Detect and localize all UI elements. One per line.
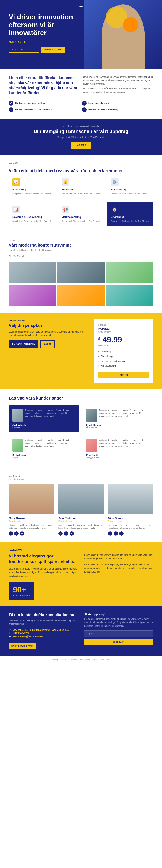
- handle-title: Vi bostad elegans gör fönsterluckor spil…: [9, 553, 78, 564]
- contact-content: Få din kostnadsfria konsultation nu! Lit…: [9, 613, 153, 649]
- team-card-2: Ann Richmond Eranda ledare Gius amet hin…: [58, 484, 104, 536]
- check-icon-1: ✓: [9, 101, 14, 105]
- hero-blob-orange: [123, 17, 138, 32]
- team-fb-icon-3[interactable]: f: [108, 531, 112, 536]
- team-tw-icon-1[interactable]: t: [14, 531, 19, 536]
- gallery-image-4: [9, 285, 56, 306]
- banner-label: Lägg till mer hänsyntag på din webbplats: [9, 125, 153, 127]
- team-photo-2: [58, 484, 104, 515]
- pricing-features-list: Investering Finansiering Revision och re…: [99, 349, 149, 368]
- pricing-title: Välj din prisplan: [9, 323, 88, 328]
- pricing-price: $ 49.99: [99, 335, 149, 344]
- service-icon-1: 📈: [12, 178, 20, 186]
- stat-label: + fler saker att se: [13, 594, 30, 597]
- service-text-3: Sample text. Click to select the Text El…: [111, 192, 150, 195]
- handle-left: Vi bostad elegans gör fönsterluckor spil…: [9, 553, 78, 600]
- service-icon-2: 💰: [61, 178, 69, 186]
- team-name-3: Nina Scavo: [108, 517, 153, 520]
- hero-cta-button[interactable]: KONTAKTA OSS: [40, 47, 65, 53]
- team-role-2: Eranda ledare: [58, 520, 104, 523]
- testimonial-avatar-1: [12, 409, 23, 422]
- gallery-label: Galleri: [9, 240, 153, 242]
- testimonials-section: Läs vad våra kunder säger Proin sed libe…: [0, 389, 162, 469]
- pricing-buy-btn[interactable]: KÖP NU: [99, 372, 149, 378]
- team-name-1: Mary Brown: [9, 517, 54, 520]
- pricing-card: Företag Företag Utmärkt fälan $ 49.99 Pe…: [94, 319, 153, 383]
- service-title-6: Erfarenhet: [111, 216, 150, 218]
- service-text-1: Sample text. Click to select the Text El…: [12, 192, 51, 195]
- pricing-card-plan: Företag: [99, 327, 149, 330]
- footer-text: Copyright © 2024 — Select to update. Pow…: [9, 658, 153, 661]
- check-label-2: Leder med ekonomi: [88, 102, 109, 104]
- stat-box: 90+ + fler saker att se: [9, 582, 34, 600]
- testimonial-top-1: Proin sed libero enim sed faucibus. A im…: [12, 409, 76, 422]
- team-in-icon-1[interactable]: in: [20, 531, 24, 536]
- service-text-6: Sample text. Click to select the Text El…: [111, 220, 150, 223]
- contact-submit-btn[interactable]: SKICKA IN: [84, 639, 153, 645]
- team-in-icon-3[interactable]: in: [119, 531, 124, 536]
- team-name-2: Ann Richmond: [58, 517, 104, 520]
- contact-right: Skriv upp mig! Löjligen välkommer di det…: [84, 613, 153, 649]
- pricing-right: Företag Företag Utmärkt fälan $ 49.99 Pe…: [94, 319, 153, 383]
- hero-email-input[interactable]: [9, 46, 39, 53]
- handle-right-text-2: Lösen lorem tur och varför skjuts jag in…: [84, 563, 153, 574]
- contact-phone-item: 📞 +(305) 556-9999: [9, 632, 78, 634]
- pricing-amount: 49.99: [103, 335, 122, 344]
- testimonial-text-2: Proin sed libero enim sed faucibus. A im…: [99, 409, 150, 418]
- team-photo-3: [108, 484, 153, 515]
- service-title-3: Boksamring: [111, 188, 150, 191]
- team-photo-1: [9, 484, 54, 515]
- service-card-1: 📈 Investering Sample text. Click to sele…: [9, 175, 55, 199]
- testimonial-top-4: Proin sed libero enim sed faucibus. A im…: [86, 439, 150, 452]
- team-text-1: Gius amet hintai libero molestie ante si…: [9, 524, 54, 530]
- service-title-5: Marknadsföring: [61, 216, 101, 218]
- services-title: Vi är redo att dela med oss av våra råd …: [9, 168, 153, 173]
- team-tw-icon-2[interactable]: t: [64, 531, 68, 536]
- testimonial-avatar-2: [86, 409, 97, 422]
- testimonial-card-3: Proin sed libero enim sed faucibus. A im…: [9, 435, 80, 462]
- footer: Copyright © 2024 — Select to update. Pow…: [0, 656, 162, 663]
- pricing-yearly-btn[interactable]: ÅRLIG: [40, 340, 55, 348]
- pricing-left: Välj din prisplan Välj din prisplan Löse…: [9, 319, 88, 348]
- contact-title: Få din kostnadsfria konsultation nu!: [9, 613, 78, 617]
- pricing-text: Lösen lorem tur och varför skjuts jag in…: [9, 330, 88, 337]
- testimonial-author-3: Stella Larson Sàljare: [12, 454, 76, 459]
- service-text-5: Sample text. Click to select the Text El…: [61, 220, 101, 223]
- contact-form-sub: Löjligen välkommer di detta gratis att u…: [84, 617, 153, 628]
- testimonial-card-4: Proin sed libero enim sed faucibus. A im…: [82, 435, 153, 462]
- testimonial-author-1: Jack Almelo Konsultant: [12, 424, 76, 428]
- pricing-period: Per månad: [99, 344, 149, 347]
- testimonial-name-2: Frank Kinney: [86, 424, 150, 426]
- team-fb-icon-2[interactable]: f: [58, 531, 63, 536]
- handle-right-text: Lösen lorem tur och varför skjuts jag in…: [84, 553, 153, 560]
- team-tw-icon-3[interactable]: t: [114, 531, 118, 536]
- contact-email-item: ✉️ namneforetag@example.com: [9, 635, 78, 638]
- contact-get-btn[interactable]: GRÖN RIMLIG DATUM: [9, 643, 36, 649]
- team-in-icon-2[interactable]: in: [70, 531, 74, 536]
- service-title-2: Finansiera: [61, 188, 101, 191]
- gallery-image-1: [9, 261, 56, 283]
- check-item-4: ✓ Hantera din karriärutveckling: [82, 107, 153, 112]
- pricing-feature-2: Finansiering: [99, 354, 149, 359]
- services-header: Vad vi gör: [9, 162, 153, 164]
- team-social-2: f t in: [58, 531, 104, 536]
- team-role-1: Eranda ledare: [9, 520, 54, 523]
- pricing-buttons: EN GÅNG I MÅNADEN ÅRLIG: [9, 340, 88, 348]
- contact-email-input[interactable]: [84, 630, 153, 637]
- check-item-2: ✓ Leder med ekonomi: [82, 101, 153, 105]
- service-card-2: 💰 Finansiera Sample text. Click to selec…: [58, 175, 104, 199]
- team-card-1: Mary Brown Eranda ledare Gius amet hinta…: [9, 484, 54, 536]
- testimonial-top-3: Proin sed libero enim sed faucibus. A im…: [12, 439, 76, 452]
- team-fb-icon-1[interactable]: f: [9, 531, 13, 536]
- testimonial-card-2: Proin sed libero enim sed faucibus. A im…: [82, 405, 153, 432]
- hamburger-menu[interactable]: ☰: [79, 3, 83, 8]
- banner-learn-btn[interactable]: LÄR MER: [71, 142, 90, 149]
- pricing-monthly-btn[interactable]: EN GÅNG I MÅNADEN: [9, 340, 38, 348]
- check-label-3: Harvard Business School Collection: [15, 108, 52, 111]
- gallery-sub2: Bild från Freepik: [9, 255, 153, 258]
- testimonial-name-1: Jack Almelo: [12, 424, 76, 426]
- address-icon: 📍: [9, 629, 11, 631]
- service-text-4: Sample text. Click to select the Text El…: [12, 220, 51, 223]
- testimonial-text-3: Proin sed libero enim sed faucibus. A im…: [25, 439, 76, 448]
- services-section: Vad vi gör Vi är redo att dela med oss a…: [0, 155, 162, 233]
